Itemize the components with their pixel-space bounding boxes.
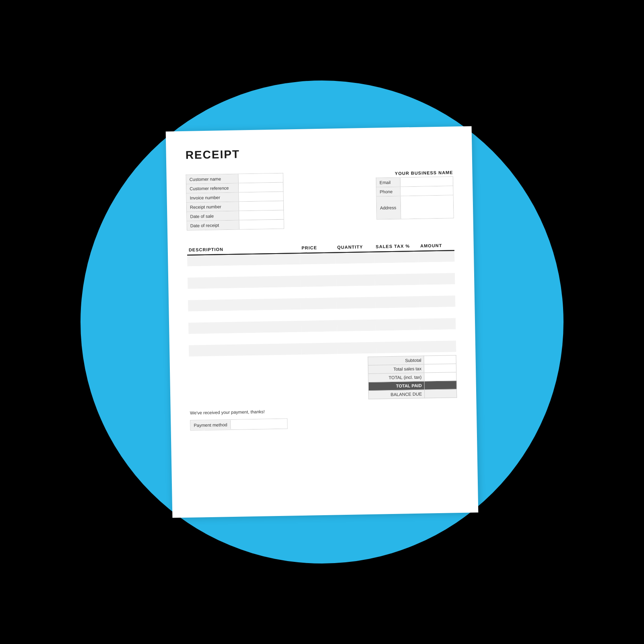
table-cell[interactable] [336, 308, 375, 320]
table-cell[interactable] [300, 264, 336, 276]
table-cell[interactable] [300, 252, 336, 264]
customer-fields: Customer nameCustomer referenceInvoice n… [186, 173, 284, 231]
receipt-title: RECEIPT [185, 144, 452, 162]
table-cell[interactable] [419, 295, 455, 308]
table-cell[interactable] [420, 307, 456, 319]
col-price: PRICE [300, 242, 336, 253]
footer-left: We've received your payment, thanks! Pay… [190, 409, 288, 431]
table-cell[interactable] [189, 343, 302, 357]
business-field-row: Email [376, 176, 453, 187]
top-section: Customer nameCustomer referenceInvoice n… [186, 170, 454, 231]
table-cell[interactable] [337, 342, 376, 354]
customer-field-row: Date of receipt [187, 219, 284, 231]
table-cell[interactable] [301, 286, 336, 298]
totals-label: Total sales tax [368, 364, 424, 374]
business-name: YOUR BUSINESS NAME [395, 170, 453, 176]
totals-label: TOTAL PAID [368, 381, 424, 390]
table-cell[interactable] [419, 262, 455, 274]
totals-value[interactable] [424, 389, 456, 398]
payment-method-value[interactable] [231, 419, 287, 429]
field-label: Receipt number [187, 202, 239, 212]
table-cell[interactable] [300, 275, 336, 287]
totals-label: TOTAL (incl. tax) [368, 373, 424, 382]
field-label: Customer reference [186, 184, 239, 193]
totals-value[interactable] [424, 364, 456, 373]
biz-label: Address [377, 196, 401, 219]
table-cell[interactable] [419, 273, 455, 285]
table-cell[interactable] [375, 308, 420, 320]
table-cell[interactable] [301, 309, 337, 321]
table-cell[interactable] [301, 343, 337, 355]
totals-body: SubtotalTotal sales taxTOTAL (incl. tax)… [368, 355, 457, 399]
thank-you-message: We've received your payment, thanks! [190, 409, 287, 415]
field-value[interactable] [239, 192, 283, 202]
business-fields: EmailPhoneAddress [376, 176, 454, 219]
table-cell[interactable] [374, 251, 419, 263]
receipt-document: RECEIPT Customer nameCustomer referenceI… [166, 126, 479, 518]
field-label: Date of receipt [187, 221, 239, 230]
table-cell[interactable] [337, 320, 376, 332]
table-cell[interactable] [336, 252, 374, 264]
table-cell[interactable] [337, 331, 376, 343]
totals-row: BALANCE DUE [368, 389, 456, 399]
footer-section: We've received your payment, thanks! Pay… [190, 406, 458, 431]
table-cell[interactable] [376, 341, 421, 353]
background-circle: RECEIPT Customer nameCustomer referenceI… [80, 80, 564, 564]
payment-method-label: Payment method [190, 420, 231, 430]
table-cell[interactable] [336, 297, 375, 309]
biz-value[interactable] [400, 186, 453, 196]
table-cell[interactable] [376, 319, 420, 331]
table-cell[interactable] [376, 330, 420, 342]
field-value[interactable] [239, 173, 283, 183]
totals-section: SubtotalTotal sales taxTOTAL (incl. tax)… [189, 355, 457, 402]
field-value[interactable] [239, 201, 283, 211]
payment-method-row: Payment method [190, 419, 288, 431]
table-cell[interactable] [301, 320, 337, 332]
business-section: YOUR BUSINESS NAME EmailPhoneAddress [364, 170, 454, 227]
table-cell[interactable] [375, 285, 419, 297]
totals-value[interactable] [424, 355, 456, 364]
field-value[interactable] [239, 183, 283, 192]
table-cell[interactable] [301, 331, 337, 343]
table-cell[interactable] [336, 275, 375, 287]
field-label: Customer name [186, 174, 239, 184]
col-sales-tax: SALES TAX % [374, 241, 419, 252]
table-cell[interactable] [419, 250, 454, 262]
biz-value[interactable] [400, 177, 453, 186]
table-cell[interactable] [420, 341, 456, 353]
table-cell[interactable] [336, 263, 374, 275]
field-label: Date of sale [187, 211, 239, 221]
col-amount: AMOUNT [419, 240, 454, 251]
biz-value[interactable] [401, 195, 454, 219]
field-label: Invoice number [186, 193, 239, 202]
table-cell[interactable] [301, 297, 336, 310]
table-cell[interactable] [374, 262, 419, 275]
table-cell[interactable] [375, 296, 420, 308]
business-field-row: Address [376, 195, 454, 219]
totals-label: Subtotal [368, 356, 424, 365]
biz-label: Email [376, 178, 400, 187]
table-cell[interactable] [336, 286, 375, 298]
field-value[interactable] [239, 220, 284, 229]
totals-value[interactable] [424, 372, 456, 381]
col-quantity: QUANTITY [335, 242, 374, 253]
totals-label: BALANCE DUE [368, 390, 424, 399]
table-cell[interactable] [420, 329, 456, 341]
table-cell[interactable] [375, 274, 419, 286]
biz-label: Phone [376, 187, 400, 196]
totals-table: SubtotalTotal sales taxTOTAL (incl. tax)… [368, 355, 457, 399]
business-field-row: Phone [376, 186, 453, 196]
table-cell[interactable] [419, 284, 455, 296]
table-cell[interactable] [420, 318, 456, 330]
items-table: DESCRIPTION PRICE QUANTITY SALES TAX % A… [187, 240, 456, 357]
field-value[interactable] [239, 211, 283, 220]
table-body [187, 250, 456, 357]
totals-value[interactable] [424, 381, 456, 390]
